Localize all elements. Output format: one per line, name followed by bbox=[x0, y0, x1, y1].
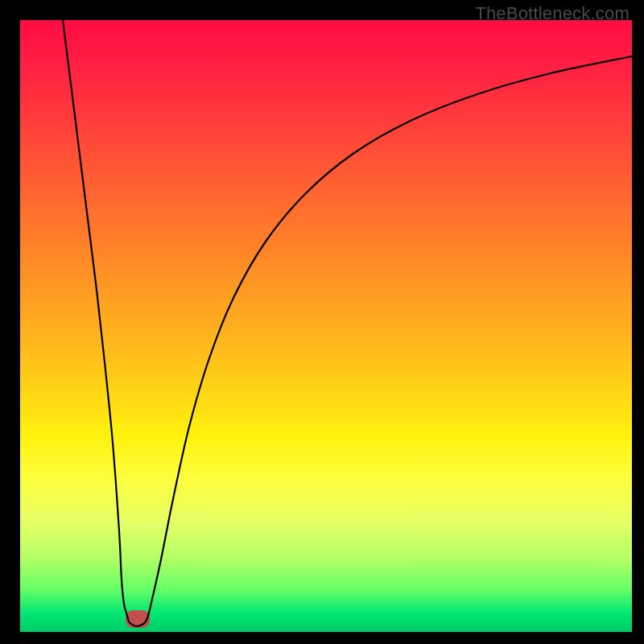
chart-frame: TheBottleneck.com bbox=[0, 0, 644, 644]
plot-background bbox=[20, 20, 632, 632]
watermark-text: TheBottleneck.com bbox=[475, 3, 630, 24]
bottleneck-plot bbox=[0, 0, 644, 644]
